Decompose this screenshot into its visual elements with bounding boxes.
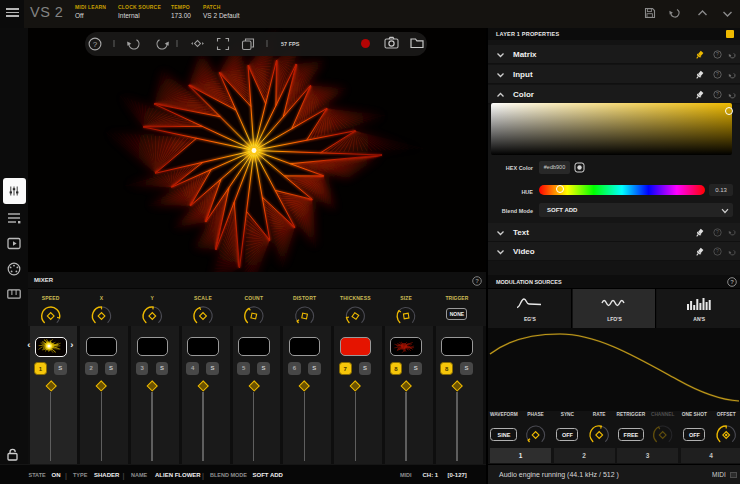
svg-text:?: ? [730, 279, 734, 285]
svg-text:?: ? [716, 71, 719, 77]
svg-text:?: ? [475, 278, 479, 284]
svg-text:?: ? [716, 229, 719, 235]
svg-text:?: ? [93, 39, 98, 48]
svg-text:?: ? [716, 51, 719, 57]
svg-text:?: ? [716, 248, 719, 254]
svg-text:?: ? [716, 91, 719, 97]
